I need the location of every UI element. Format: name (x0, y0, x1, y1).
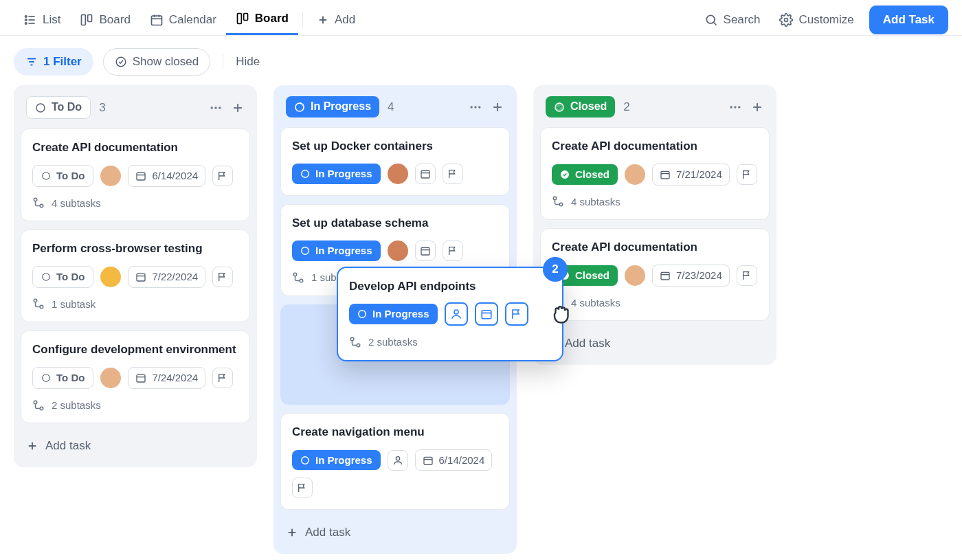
hide-button[interactable]: Hide (236, 54, 260, 69)
avatar[interactable] (625, 164, 645, 185)
add-task-button[interactable]: Add Task (869, 5, 948, 34)
date-chip[interactable] (415, 164, 436, 184)
add-view-button[interactable]: Add (307, 5, 365, 34)
date-chip[interactable]: 7/22/2024 (128, 266, 205, 288)
status-chip[interactable]: To Do (32, 367, 93, 389)
subtasks-row[interactable]: 4 subtasks (552, 296, 758, 310)
task-card[interactable]: Perform cross-browser testing To Do 7/22… (21, 229, 250, 322)
priority-chip[interactable] (212, 368, 233, 388)
priority-chip[interactable] (505, 302, 528, 326)
date-text: 7/24/2024 (152, 371, 198, 385)
assignee-chip[interactable] (388, 450, 408, 471)
label: Add task (45, 438, 91, 453)
date-chip[interactable]: 7/24/2024 (128, 367, 205, 389)
status-chip[interactable]: In Progress (292, 240, 381, 261)
date-chip[interactable]: 6/14/2024 (415, 449, 493, 471)
subtasks-row[interactable]: 2 subtasks (349, 335, 551, 349)
separator (223, 54, 223, 69)
label: To Do (56, 371, 85, 385)
flag-icon (511, 308, 523, 320)
plus-icon[interactable] (491, 100, 504, 114)
label: Search (724, 12, 761, 27)
search-icon (704, 13, 718, 27)
svg-point-24 (211, 107, 213, 109)
status-chip[interactable]: In Progress (349, 304, 438, 324)
label: In Progress (315, 244, 372, 258)
status-chip-closed[interactable]: Closed (546, 96, 615, 117)
add-task-row[interactable]: Add task (540, 329, 770, 358)
status-chip[interactable]: To Do (32, 266, 93, 288)
show-closed-button[interactable]: Show closed (103, 48, 210, 76)
tab-board-1[interactable]: Board (70, 5, 139, 34)
svg-rect-8 (151, 16, 161, 25)
subtasks-text: 4 subtasks (571, 296, 620, 310)
task-card[interactable]: Create navigation menu In Progress 6/14/… (280, 413, 510, 511)
priority-chip[interactable] (212, 166, 233, 186)
status-chip[interactable]: In Progress (292, 450, 381, 471)
avatar[interactable] (100, 267, 121, 287)
avatar[interactable] (100, 368, 121, 388)
date-chip[interactable]: 6/14/2024 (128, 165, 205, 187)
task-title: Perform cross-browser testing (32, 241, 238, 256)
status-chip[interactable]: In Progress (292, 164, 381, 184)
add-task-row[interactable]: Add task (21, 432, 250, 460)
priority-chip[interactable] (737, 265, 757, 286)
tab-list[interactable]: List (14, 5, 70, 34)
subtasks-row[interactable]: 1 subtask (32, 298, 238, 311)
plus-icon[interactable] (231, 101, 245, 115)
label: Closed (575, 269, 609, 282)
status-chip[interactable]: Closed (552, 164, 618, 185)
filter-button[interactable]: 1 Filter (14, 48, 93, 76)
tab-board-2[interactable]: Board (226, 4, 298, 35)
label: To Do (52, 100, 82, 115)
avatar[interactable] (388, 240, 408, 261)
svg-rect-40 (137, 374, 145, 382)
task-card[interactable]: Create API documentation To Do 6/14/2024… (21, 128, 250, 221)
task-card[interactable]: Create API documentation Closed 7/23/202… (540, 228, 770, 321)
label: In Progress (311, 100, 371, 114)
priority-chip[interactable] (292, 478, 313, 498)
priority-chip[interactable] (443, 240, 463, 261)
subtasks-text: 2 subtasks (52, 399, 101, 412)
board-icon (80, 13, 93, 27)
svg-point-22 (116, 57, 126, 67)
date-chip[interactable] (415, 240, 436, 261)
plus-icon[interactable] (750, 100, 764, 114)
circle-icon (41, 171, 51, 181)
avatar[interactable] (388, 164, 408, 184)
add-task-row[interactable]: Add task (280, 518, 510, 547)
flag-icon (447, 168, 458, 179)
separator (302, 12, 303, 27)
more-icon[interactable] (728, 100, 742, 114)
assignee-chip[interactable] (445, 302, 468, 326)
task-card[interactable]: Configure development environment To Do … (21, 331, 250, 423)
task-card[interactable]: Create API documentation Closed 7/21/202… (540, 127, 770, 220)
priority-chip[interactable] (737, 164, 757, 185)
dragging-task-card[interactable]: 2 Develop API endpoints In Progress 2 su… (337, 267, 563, 361)
plus-icon (317, 14, 329, 26)
status-chip[interactable]: To Do (32, 165, 93, 187)
customize-button[interactable]: Customize (770, 7, 863, 33)
progress-icon (357, 309, 367, 319)
avatar[interactable] (625, 265, 645, 286)
tab-label: Add (335, 12, 355, 27)
priority-chip[interactable] (212, 267, 233, 287)
task-card[interactable]: Set up Docker containers In Progress (280, 127, 510, 196)
search-button[interactable]: Search (695, 7, 770, 33)
subtasks-row[interactable]: 4 subtasks (552, 195, 758, 209)
status-chip-todo[interactable]: To Do (26, 96, 91, 119)
date-chip[interactable]: 7/23/2024 (652, 265, 730, 287)
more-icon[interactable] (209, 101, 223, 115)
tab-calendar[interactable]: Calendar (140, 5, 226, 34)
date-chip[interactable] (475, 302, 498, 326)
subtasks-row[interactable]: 4 subtasks (32, 197, 238, 210)
priority-chip[interactable] (443, 164, 463, 184)
avatar[interactable] (100, 166, 121, 186)
status-chip-in-progress[interactable]: In Progress (286, 96, 379, 117)
tab-label: List (43, 12, 60, 27)
date-chip[interactable]: 7/21/2024 (652, 164, 730, 186)
subtasks-row[interactable]: 2 subtasks (32, 399, 238, 412)
more-icon[interactable] (469, 100, 482, 114)
subtasks-icon (552, 195, 564, 208)
label: Add task (565, 336, 610, 351)
